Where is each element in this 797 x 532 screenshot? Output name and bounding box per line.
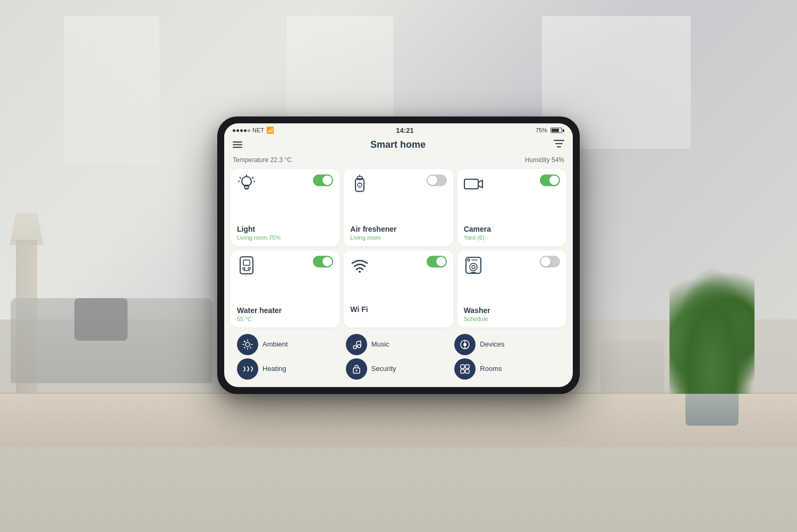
light-device-name: Light xyxy=(237,225,333,233)
svg-point-38 xyxy=(358,344,361,348)
svg-point-18 xyxy=(243,267,245,269)
water-heater-icon xyxy=(237,256,256,275)
humidity-stat: Humidity 54% xyxy=(525,156,564,164)
wifi-device-sub xyxy=(350,315,446,322)
svg-point-43 xyxy=(463,343,467,346)
camera-icon xyxy=(464,174,483,193)
app-title: Smart home xyxy=(370,139,426,150)
svg-rect-50 xyxy=(461,369,464,373)
washer-toggle[interactable] xyxy=(540,256,560,267)
signal-dot-3 xyxy=(240,129,243,132)
svg-point-23 xyxy=(470,263,477,271)
music-nav-icon xyxy=(346,334,367,355)
svg-point-19 xyxy=(248,267,250,269)
card-bottom-wifi: Wi Fi xyxy=(350,305,446,322)
temperature-stat: Temperature 22.3 °C xyxy=(233,156,292,164)
nav-item-ambient[interactable]: Ambient xyxy=(237,334,343,355)
main-content: Light Living room 75% xyxy=(224,166,573,387)
card-bottom-camera: Camera Yard (6) xyxy=(464,225,560,241)
signal-bars xyxy=(233,129,250,132)
tablet-device: NET 📶 14:21 75% xyxy=(218,117,579,393)
device-grid: Light Living room 75% xyxy=(231,169,566,327)
status-left: NET 📶 xyxy=(233,126,274,134)
wifi-status-icon: 📶 xyxy=(266,126,274,134)
heating-nav-icon xyxy=(237,358,258,379)
nav-item-heating[interactable]: Heating xyxy=(237,358,343,379)
air-freshener-toggle[interactable] xyxy=(427,174,447,186)
status-time: 14:21 xyxy=(396,126,413,134)
card-top-washer xyxy=(464,256,560,275)
washer-device-sub: Schedule xyxy=(464,316,560,322)
device-card-camera[interactable]: Camera Yard (6) xyxy=(457,169,566,246)
svg-point-47 xyxy=(355,369,357,371)
card-top-camera xyxy=(464,174,560,193)
tablet-wrapper: NET 📶 14:21 75% xyxy=(218,117,579,393)
bg-lamp-top xyxy=(5,213,48,245)
device-card-wifi[interactable]: Wi Fi xyxy=(344,250,453,327)
svg-point-21 xyxy=(359,271,361,273)
card-bottom-light: Light Living room 75% xyxy=(237,225,333,241)
svg-rect-51 xyxy=(465,369,469,373)
carrier-label: NET xyxy=(252,127,264,133)
water-heater-toggle[interactable] xyxy=(313,256,333,267)
card-bottom-water: Water heater 55 °C xyxy=(237,306,333,322)
music-nav-label: Music xyxy=(371,340,389,348)
camera-device-name: Camera xyxy=(464,225,560,233)
hamburger-menu-button[interactable] xyxy=(233,141,242,148)
nav-item-security[interactable]: Security xyxy=(346,358,452,379)
device-card-air-freshener[interactable]: Air freshener Living room xyxy=(344,169,453,246)
rooms-nav-icon xyxy=(454,358,476,379)
wifi-icon xyxy=(350,256,369,275)
air-freshener-device-name: Air freshener xyxy=(350,225,446,233)
water-heater-device-name: Water heater xyxy=(237,306,333,315)
battery-tip xyxy=(563,129,564,132)
wifi-toggle[interactable] xyxy=(427,256,447,267)
light-toggle[interactable] xyxy=(313,174,333,186)
washer-device-name: Washer xyxy=(464,306,560,315)
device-card-washer[interactable]: Washer Schedule xyxy=(457,250,566,327)
svg-rect-15 xyxy=(464,179,478,189)
status-bar: NET 📶 14:21 75% xyxy=(224,123,573,137)
camera-toggle-knob xyxy=(549,175,559,185)
svg-rect-49 xyxy=(465,365,469,368)
nav-item-devices[interactable]: Devices xyxy=(454,334,560,355)
svg-line-36 xyxy=(244,347,245,348)
card-top-air xyxy=(350,174,446,193)
stats-bar: Temperature 22.3 °C Humidity 54% xyxy=(224,154,573,166)
card-bottom-air: Air freshener Living room xyxy=(350,225,446,241)
status-right: 75% xyxy=(536,127,564,133)
battery-fill xyxy=(552,129,559,132)
device-card-water-heater[interactable]: Water heater 55 °C xyxy=(231,250,340,327)
bg-plant-leaves xyxy=(669,266,754,394)
light-bulb-icon xyxy=(237,174,256,193)
bg-plant xyxy=(669,266,754,426)
signal-dot-4 xyxy=(244,129,247,132)
nav-item-rooms[interactable]: Rooms xyxy=(454,358,560,379)
heating-nav-label: Heating xyxy=(262,365,286,373)
signal-dot-2 xyxy=(236,129,239,132)
svg-point-25 xyxy=(468,259,470,261)
bg-pillow xyxy=(74,298,128,341)
card-top-wifi xyxy=(350,256,446,275)
nav-grid: Ambient xyxy=(237,334,560,379)
hamburger-line-1 xyxy=(233,141,242,142)
bg-window1 xyxy=(64,16,159,165)
svg-point-24 xyxy=(472,265,475,268)
svg-line-34 xyxy=(250,347,251,348)
water-heater-device-sub: 55 °C xyxy=(237,316,333,322)
svg-rect-48 xyxy=(461,365,464,368)
air-freshener-toggle-knob xyxy=(428,175,437,185)
wifi-device-name: Wi Fi xyxy=(350,305,446,314)
nav-item-music[interactable]: Music xyxy=(346,334,452,355)
signal-dot-5 xyxy=(248,129,250,132)
battery-body xyxy=(550,128,562,133)
device-card-light[interactable]: Light Living room 75% xyxy=(231,169,340,246)
ambient-nav-icon xyxy=(237,334,258,355)
svg-point-37 xyxy=(353,345,357,349)
devices-nav-label: Devices xyxy=(480,340,504,348)
air-freshener-icon xyxy=(350,174,369,193)
camera-toggle[interactable] xyxy=(540,174,560,186)
security-nav-icon xyxy=(346,358,367,379)
svg-point-28 xyxy=(245,342,250,347)
filter-icon[interactable] xyxy=(554,139,564,151)
